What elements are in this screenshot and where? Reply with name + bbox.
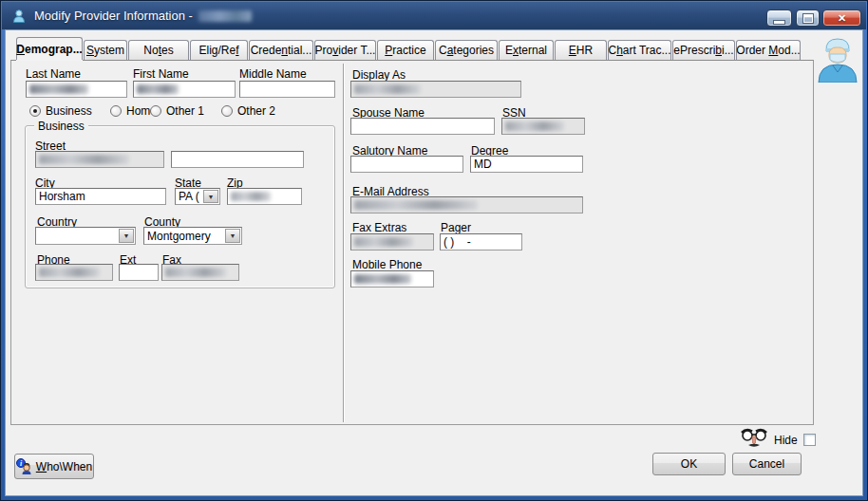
fax-field[interactable] [161, 264, 239, 281]
business-group-title: Business [34, 120, 88, 133]
county-select[interactable]: Montgomery▼ [143, 227, 242, 245]
zip-field[interactable] [227, 188, 302, 205]
pager-label: Pager [441, 221, 471, 234]
mobile-phone-field[interactable] [350, 270, 434, 288]
first-name-label: First Name [133, 67, 189, 81]
redacted-value [354, 237, 413, 247]
display-as-field[interactable] [350, 81, 521, 98]
redacted-value [354, 200, 478, 210]
radio-other-2[interactable]: Other 2 [221, 104, 275, 118]
fax-extras-field[interactable] [350, 233, 434, 250]
whowhen-icon: i [16, 458, 32, 474]
tab-eprescribing[interactable]: ePrescribi... [672, 40, 735, 60]
doctor-avatar-icon [817, 35, 859, 83]
close-icon: ✕ [838, 12, 846, 25]
last-name-field[interactable] [26, 81, 127, 98]
middle-name-field[interactable] [239, 81, 335, 98]
degree-field[interactable]: MD [470, 156, 583, 173]
maximize-icon [803, 14, 813, 23]
tab-system[interactable]: System [84, 40, 127, 60]
minimize-icon [774, 21, 784, 24]
close-button[interactable]: ✕ [822, 9, 861, 27]
city-field[interactable]: Horsham [35, 188, 166, 205]
redacted-value [137, 84, 179, 94]
radio-business[interactable]: Business [29, 104, 92, 118]
email-field[interactable] [350, 196, 583, 213]
street-field[interactable] [35, 151, 164, 168]
radio-icon [110, 105, 122, 117]
tab-order-mods[interactable]: Order Mod... [736, 40, 801, 60]
tab-strip: Demograp... System Notes Elig/Ref Creden… [16, 37, 801, 60]
salutory-name-field[interactable] [350, 156, 463, 173]
redacted-value [505, 121, 564, 131]
maximize-button[interactable] [796, 9, 820, 27]
ext-field[interactable] [119, 264, 159, 281]
redacted-value [29, 84, 88, 94]
mobile-phone-label: Mobile Phone [352, 258, 422, 271]
redacted-provider-name [198, 10, 252, 22]
redacted-value [39, 155, 129, 164]
redacted-value [354, 274, 411, 284]
state-select[interactable]: PA (▼ [175, 188, 220, 205]
tab-ehr[interactable]: EHR [555, 40, 607, 60]
radio-selected-icon [29, 105, 41, 117]
pager-field[interactable]: ( ) - [440, 233, 522, 250]
modify-provider-window: Modify Provider Information - ✕ Demograp… [0, 0, 868, 501]
radio-icon [221, 105, 233, 117]
hide-checkbox[interactable] [803, 434, 816, 446]
country-select[interactable]: ▼ [35, 227, 136, 245]
minimize-button[interactable] [766, 9, 792, 27]
radio-icon [150, 105, 161, 117]
first-name-field[interactable] [133, 81, 236, 98]
radio-other-1[interactable]: Other 1 [150, 104, 204, 118]
whowhen-button[interactable]: i Who\When [14, 454, 94, 479]
redacted-value [165, 268, 226, 277]
tab-elig-ref[interactable]: Elig/Ref [190, 40, 248, 60]
tab-external[interactable]: External [499, 40, 554, 60]
column-divider [343, 64, 345, 422]
fax-extras-label: Fax Extras [352, 221, 406, 234]
street2-field[interactable] [171, 151, 304, 168]
tab-provider-t[interactable]: Provider T... [314, 40, 376, 60]
tab-practice[interactable]: Practice [377, 40, 434, 60]
redacted-value [39, 268, 100, 277]
ssn-field[interactable] [501, 118, 585, 135]
ok-button[interactable]: OK [652, 453, 726, 475]
tab-notes[interactable]: Notes [128, 40, 189, 60]
phone-field[interactable] [35, 264, 113, 281]
last-name-label: Last Name [26, 67, 81, 81]
titlebar[interactable]: Modify Provider Information - [2, 2, 866, 29]
app-icon [11, 9, 27, 24]
hide-label: Hide [774, 434, 798, 447]
cancel-button[interactable]: Cancel [732, 453, 802, 475]
middle-name-label: Middle Name [239, 67, 307, 81]
tab-categories[interactable]: Categories [435, 40, 498, 60]
tab-demographics[interactable]: Demograp... [16, 37, 83, 60]
display-as-label: Display As [352, 68, 406, 82]
disguise-glasses-icon [740, 427, 768, 449]
spouse-name-field[interactable] [350, 118, 495, 135]
window-title: Modify Provider Information - [34, 9, 193, 23]
chevron-down-icon[interactable]: ▼ [119, 229, 134, 243]
tab-chart-tracks[interactable]: Chart Trac... [608, 40, 671, 60]
redacted-value [354, 84, 421, 94]
redacted-value [231, 192, 271, 201]
chevron-down-icon[interactable]: ▼ [225, 229, 240, 243]
chevron-down-icon[interactable]: ▼ [203, 190, 218, 203]
tab-credentials[interactable]: Credential... [249, 40, 313, 60]
